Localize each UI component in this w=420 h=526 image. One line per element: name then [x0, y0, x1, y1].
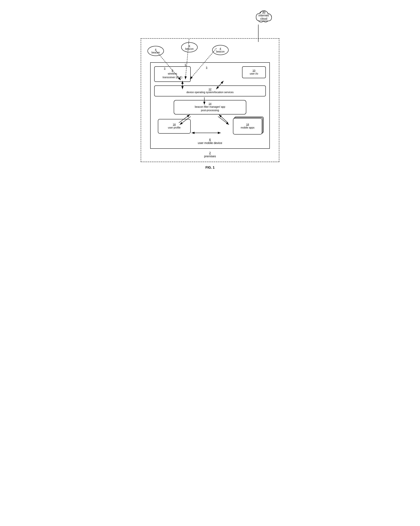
device-label: 6 user mobile device [154, 138, 266, 145]
cloud-label: 30 internet/cloud [252, 10, 276, 20]
device-ref: 6 [209, 138, 211, 141]
premises-text: premises [204, 155, 216, 158]
beacon-filter-label: beacon filter manager/ apppost-processin… [195, 105, 225, 112]
device-os-ref: 12 [209, 88, 211, 91]
diagram: 30 internet/cloud 4 beacon 4 beacon [141, 7, 279, 170]
beacon-filter-box: 14 beacon filter manager/ apppost-proces… [174, 100, 246, 114]
wireless-transceiver-label: wirelesstransceiver (BLE) [163, 72, 182, 79]
beacon-left-ref: 4 [155, 48, 156, 51]
beacon-left-label: beacon [152, 51, 160, 54]
cloud-text: internet/cloud [258, 14, 269, 20]
mobile-apps-box: 18 mobile apps [233, 118, 262, 134]
user-profile-ref: 16 [173, 123, 176, 126]
user-profile-label: user profile [168, 126, 180, 130]
device-os-label: device operating system/location service… [186, 91, 234, 94]
wireless-transceiver-ref: 8 [172, 69, 173, 72]
beacon-center: 4 beacon [181, 42, 198, 52]
beacon-left: 4 beacon [147, 46, 164, 56]
device-text: user mobile device [198, 142, 222, 144]
mobile-apps-ref: 18 [246, 123, 249, 126]
cloud-ref: 30 [262, 10, 266, 14]
premises-box: 4 beacon 4 beacon 4 beacon [141, 38, 279, 162]
device-box: 8 wirelesstransceiver (BLE) 10 user i/o … [150, 62, 270, 149]
beacon-center-ref: 4 [189, 44, 190, 47]
beacon-center-label: beacon [185, 47, 194, 50]
cloud-node: 30 internet/cloud [252, 7, 276, 24]
premises-ref: 2 [209, 152, 211, 155]
user-io-ref: 10 [253, 69, 255, 72]
fig-caption: FIG. 1 [141, 166, 279, 170]
mobile-apps-label: mobile apps [241, 126, 255, 130]
page-container: 30 internet/cloud 4 beacon 4 beacon [137, 4, 283, 173]
device-os-box: 12 device operating system/location serv… [154, 85, 266, 96]
mobile-apps-stacked: 18 mobile apps [233, 118, 262, 134]
wireless-transceiver-box: 8 wirelesstransceiver (BLE) [154, 66, 191, 82]
beacon-right-ref: 4 [220, 47, 221, 50]
beacon-filter-ref: 14 [209, 102, 211, 105]
user-io-box: 10 user i/o [242, 66, 266, 78]
user-profile-box: 16 user profile [158, 119, 191, 134]
beacon-right: 4 beacon [212, 45, 229, 55]
premises-label: 2 premises [145, 152, 275, 158]
user-io-label: user i/o [250, 72, 258, 76]
beacon-right-label: beacon [216, 50, 225, 53]
